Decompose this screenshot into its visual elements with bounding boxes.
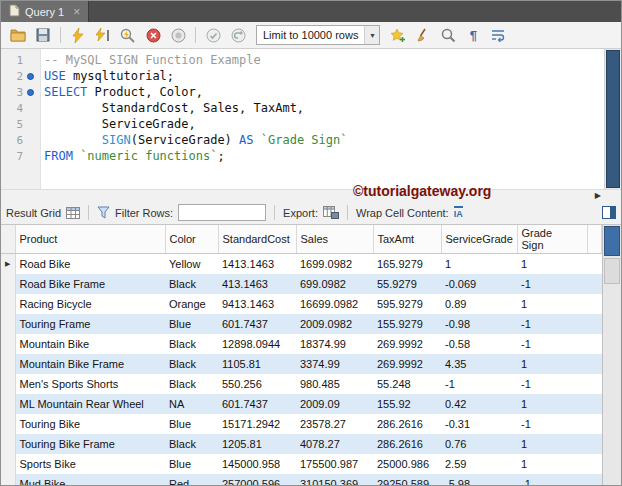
code-line[interactable]: StandardCost, Sales, TaxAmt, <box>44 100 604 116</box>
cell[interactable]: 1 <box>517 254 587 274</box>
dropdown-arrow-icon[interactable]: ▼ <box>364 26 379 44</box>
limit-rows-dropdown[interactable]: Limit to 10000 rows ▼ <box>256 25 380 45</box>
code-line[interactable]: SELECT Product, Color, <box>44 84 604 100</box>
code-line[interactable]: -- MySQL SIGN Function Example <box>44 52 604 68</box>
save-script-icon[interactable] <box>31 24 55 46</box>
table-row[interactable]: Racing BicycleOrange9413.146316699.09825… <box>1 294 602 314</box>
cell[interactable]: 257000.596 <box>218 474 296 486</box>
row-selector[interactable] <box>1 374 15 394</box>
cell[interactable]: Mud Bike <box>15 474 165 486</box>
table-row[interactable]: Mountain Bike FrameBlack1105.813374.9926… <box>1 354 602 374</box>
cell[interactable]: -1 <box>441 374 517 394</box>
table-row[interactable]: Touring FrameBlue601.74372009.0982155.92… <box>1 314 602 334</box>
row-selector[interactable] <box>1 434 15 454</box>
cell[interactable]: -1 <box>517 414 587 434</box>
side-tab-form-editor[interactable] <box>604 258 620 284</box>
cell[interactable]: 0.42 <box>441 394 517 414</box>
cell[interactable]: -0.98 <box>441 314 517 334</box>
cell[interactable]: Blue <box>165 414 218 434</box>
table-row[interactable]: Touring Bike FrameBlack1205.814078.27286… <box>1 434 602 454</box>
add-snippet-favorite-icon[interactable] <box>386 24 410 46</box>
table-row[interactable]: ML Mountain Rear WheelNA601.74372009.091… <box>1 394 602 414</box>
cell[interactable]: 55.248 <box>373 374 441 394</box>
table-row[interactable]: Mud BikeRed257000.596310150.36929250.589… <box>1 474 602 486</box>
table-row[interactable]: ▶Road BikeYellow1413.14631699.0982165.92… <box>1 254 602 274</box>
cell[interactable]: 1413.1463 <box>218 254 296 274</box>
code-line[interactable]: USE mysqltutorial; <box>44 68 604 84</box>
cell[interactable]: 2.59 <box>441 454 517 474</box>
cell[interactable]: 12898.0944 <box>218 334 296 354</box>
column-header[interactable]: Grade Sign <box>517 225 587 254</box>
cell[interactable]: -1 <box>517 474 587 486</box>
cell[interactable]: Yellow <box>165 254 218 274</box>
cell[interactable]: Black <box>165 354 218 374</box>
cell[interactable]: 0.76 <box>441 434 517 454</box>
panel-toggle-icon[interactable] <box>602 206 616 219</box>
cell[interactable]: 15171.2942 <box>218 414 296 434</box>
cell[interactable]: 310150.369 <box>296 474 373 486</box>
cell[interactable]: Racing Bicycle <box>15 294 165 314</box>
code-line[interactable]: ServiceGrade, <box>44 116 604 132</box>
editor-code[interactable]: -- MySQL SIGN Function ExampleUSE mysqlt… <box>41 49 604 189</box>
execute-current-statement-icon[interactable] <box>91 24 115 46</box>
cell[interactable]: 18374.99 <box>296 334 373 354</box>
cell[interactable]: -0.58 <box>441 334 517 354</box>
cell[interactable]: 699.0982 <box>296 274 373 294</box>
cell[interactable]: Red <box>165 474 218 486</box>
row-selector[interactable]: ▶ <box>1 254 15 274</box>
cell[interactable]: 155.9279 <box>373 314 441 334</box>
table-row[interactable]: Men's Sports ShortsBlack550.256980.48555… <box>1 374 602 394</box>
column-header[interactable]: ServiceGrade <box>441 225 517 254</box>
cell[interactable]: -1 <box>517 274 587 294</box>
tab-close-icon[interactable]: × <box>73 5 80 19</box>
editor-vertical-scrollbar[interactable] <box>604 49 621 189</box>
cell[interactable]: -1 <box>517 334 587 354</box>
cell[interactable]: Mountain Bike <box>15 334 165 354</box>
beautify-icon[interactable] <box>411 24 435 46</box>
column-header[interactable]: StandardCost <box>218 225 296 254</box>
cell[interactable]: Touring Bike Frame <box>15 434 165 454</box>
table-row[interactable]: Sports BikeBlue145000.958175500.98725000… <box>1 454 602 474</box>
cell[interactable]: -5.98 <box>441 474 517 486</box>
column-header[interactable]: TaxAmt <box>373 225 441 254</box>
cell[interactable]: 269.9992 <box>373 334 441 354</box>
cell[interactable]: 1 <box>517 454 587 474</box>
cell[interactable]: Sports Bike <box>15 454 165 474</box>
cell[interactable]: Black <box>165 274 218 294</box>
row-selector[interactable] <box>1 294 15 314</box>
sql-editor[interactable]: 1234567 -- MySQL SIGN Function ExampleUS… <box>1 49 621 189</box>
cell[interactable]: 1 <box>517 354 587 374</box>
cell[interactable]: 286.2616 <box>373 414 441 434</box>
tab-query1[interactable]: Query 1 × <box>1 1 89 22</box>
scroll-right-arrow-icon[interactable]: ▶ <box>595 191 601 200</box>
row-selector[interactable] <box>1 274 15 294</box>
row-selector[interactable] <box>1 334 15 354</box>
cell[interactable]: Touring Bike <box>15 414 165 434</box>
find-icon[interactable] <box>436 24 460 46</box>
cell[interactable]: 269.9992 <box>373 354 441 374</box>
cell[interactable]: 29250.589 <box>373 474 441 486</box>
cell[interactable]: 2009.09 <box>296 394 373 414</box>
rollback-icon[interactable] <box>226 24 250 46</box>
cell[interactable]: 165.9279 <box>373 254 441 274</box>
scrollbar-thumb[interactable] <box>606 50 620 188</box>
row-selector[interactable] <box>1 454 15 474</box>
stop-query-icon[interactable] <box>141 24 165 46</box>
cell[interactable]: ML Mountain Rear Wheel <box>15 394 165 414</box>
cell[interactable]: Black <box>165 434 218 454</box>
cell[interactable]: -0.31 <box>441 414 517 434</box>
cell[interactable]: 175500.987 <box>296 454 373 474</box>
cell[interactable]: 286.2616 <box>373 434 441 454</box>
cell[interactable]: Black <box>165 374 218 394</box>
row-selector[interactable] <box>1 314 15 334</box>
column-header[interactable]: Product <box>15 225 165 254</box>
cell[interactable]: 1 <box>517 294 587 314</box>
code-line[interactable]: FROM `numeric functions`; <box>44 148 604 164</box>
cell[interactable]: 55.9279 <box>373 274 441 294</box>
wrap-text-icon[interactable] <box>486 24 510 46</box>
cell[interactable]: 23578.27 <box>296 414 373 434</box>
cell[interactable]: Road Bike <box>15 254 165 274</box>
row-selector[interactable] <box>1 474 15 486</box>
cell[interactable]: 1 <box>441 254 517 274</box>
table-row[interactable]: Touring BikeBlue15171.294223578.27286.26… <box>1 414 602 434</box>
